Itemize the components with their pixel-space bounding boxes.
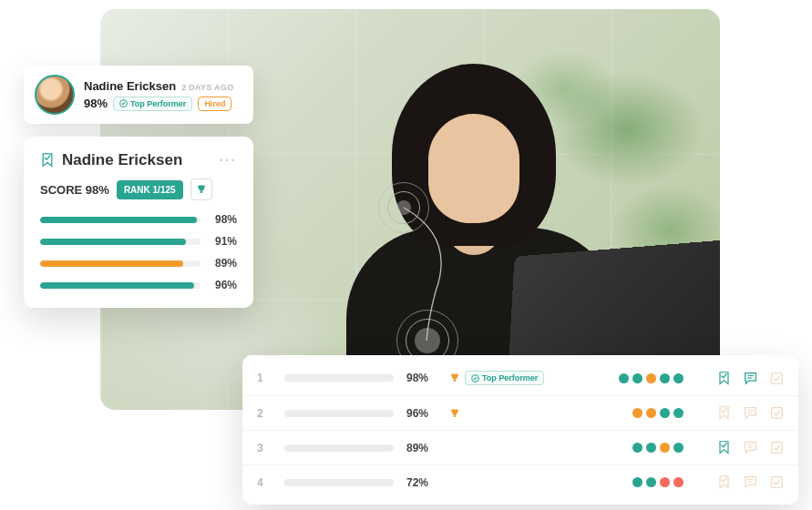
bar-fill [40,260,183,267]
svg-rect-13 [772,477,783,488]
status-dots [619,373,684,383]
status-dot [673,477,684,487]
leaderboard-table: 198%Top Performer296%389%472% [242,355,798,505]
score-card: Nadine Ericksen ··· SCORE 98% RANK 1/125… [24,137,253,308]
status-dots [632,477,684,487]
bookmark-icon [40,153,55,168]
bar-percent: 91% [210,235,237,248]
name-placeholder [284,374,394,382]
status-dot [632,477,642,487]
avatar[interactable] [35,75,75,115]
status-dot [646,408,656,418]
status-dot [660,477,670,487]
status-dot [660,408,670,418]
bar-fill [40,282,194,289]
bookmark-icon[interactable] [717,441,731,454]
status-dot [619,373,629,383]
bar-percent: 96% [210,279,237,291]
trophy-icon [449,372,460,383]
bar-fill [40,217,197,223]
row-percent: 98% [406,372,447,384]
bar-track [40,260,200,267]
check-square-icon[interactable] [770,475,784,489]
more-button[interactable]: ··· [220,152,237,168]
comment-icon[interactable] [744,441,757,454]
svg-rect-10 [772,443,783,454]
bar-track [40,217,200,223]
comment-icon[interactable] [744,372,757,385]
table-row[interactable]: 472% [242,464,798,499]
rank-number: 1 [257,372,275,384]
score-bar-row: 89% [40,257,237,270]
trophy-button[interactable] [190,178,212,200]
top-performer-label: Top Performer [130,99,186,108]
score-name: Nadine Ericksen [62,151,212,169]
check-circle-icon [471,374,479,382]
status-dot [646,443,656,453]
name-placeholder [284,444,394,452]
bar-percent: 98% [210,213,237,226]
hired-badge: Hired [198,97,231,111]
rank-number: 2 [257,407,275,420]
svg-rect-4 [772,372,783,383]
svg-rect-7 [772,408,783,419]
top-performer-badge: Top Performer [113,97,192,111]
bookmark-icon[interactable] [717,372,731,385]
rank-number: 3 [257,442,275,454]
bar-fill [40,239,186,245]
status-dot [632,408,642,418]
name-placeholder [284,410,394,417]
status-dots [632,443,684,453]
bar-percent: 89% [210,257,237,270]
row-percent: 89% [406,442,447,454]
score-bar-row: 98% [40,213,237,226]
row-actions [711,372,784,385]
check-square-icon[interactable] [770,406,784,420]
bar-track [40,239,200,245]
status-dot [673,443,684,453]
comment-icon[interactable] [744,475,757,489]
rank-pill[interactable]: RANK 1/125 [117,180,183,199]
comment-icon[interactable] [744,406,757,420]
score-label: SCORE 98% [40,183,109,197]
bookmark-icon[interactable] [717,475,731,489]
profile-name: Nadine Ericksen [84,79,176,93]
profile-percent: 98% [84,97,108,110]
row-percent: 96% [406,407,447,420]
row-percent: 72% [406,476,447,489]
rank-number: 4 [257,476,275,489]
score-bar-row: 96% [40,279,237,291]
bar-track [40,282,200,289]
row-actions [711,406,784,420]
table-row[interactable]: 198%Top Performer [242,361,798,395]
profile-age: 2 DAYS AGO [181,83,233,92]
status-dot [673,408,684,418]
table-row[interactable]: 389% [242,430,798,464]
profile-card[interactable]: Nadine Ericksen 2 DAYS AGO 98% Top Perfo… [24,66,253,124]
check-circle-icon [119,99,128,107]
status-dot [673,373,684,383]
status-dot [646,373,656,383]
status-dot [660,373,670,383]
check-square-icon[interactable] [770,372,784,385]
trophy-icon [196,184,207,195]
top-performer-badge: Top Performer [465,371,544,385]
status-dot [646,477,656,487]
trophy-icon [449,408,460,419]
table-row[interactable]: 296% [242,395,798,430]
row-actions [711,475,784,489]
status-dot [632,373,642,383]
name-placeholder [284,479,394,486]
bookmark-icon[interactable] [717,406,731,420]
row-actions [711,441,784,454]
status-dot [660,443,670,453]
status-dot [632,443,642,453]
status-dots [632,408,684,418]
check-square-icon[interactable] [770,441,784,454]
score-bar-row: 91% [40,235,237,248]
top-performer-label: Top Performer [482,373,538,382]
